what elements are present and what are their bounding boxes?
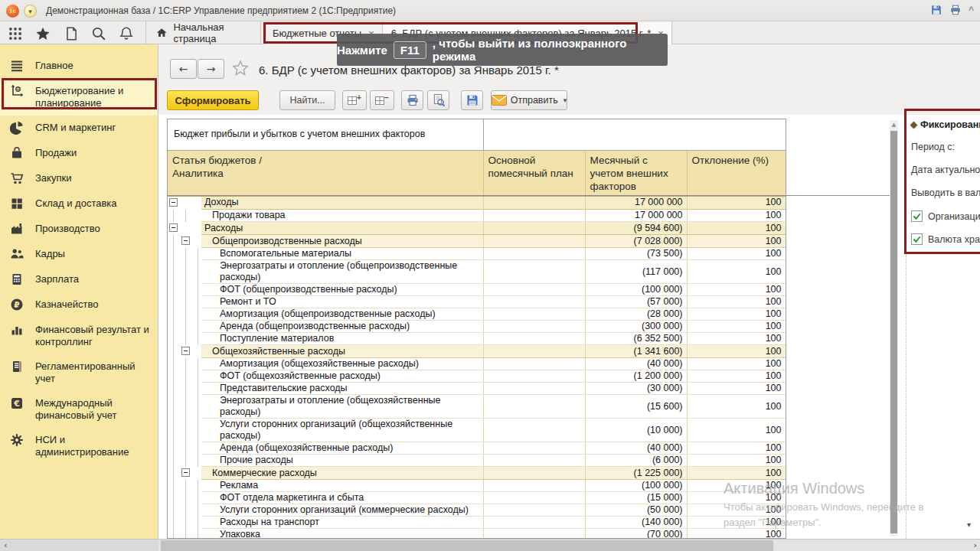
sidebar-item[interactable]: Закупки: [0, 166, 158, 191]
monthly-cell[interactable]: (40 000): [585, 442, 687, 455]
sidebar-item[interactable]: Склад и доставка: [0, 191, 158, 217]
deviation-cell[interactable]: 100: [687, 296, 786, 308]
budget-item-cell[interactable]: Доходы: [201, 196, 483, 210]
sidebar-item[interactable]: Зарплата: [0, 267, 158, 292]
monthly-cell[interactable]: (100 000): [585, 284, 687, 296]
monthly-cell[interactable]: 17 000 000: [585, 196, 687, 210]
budget-item-cell[interactable]: Расходы на транспорт: [201, 517, 483, 529]
deviation-cell[interactable]: 100: [687, 333, 786, 345]
sidebar-item[interactable]: €Международный финансовый учет: [0, 391, 158, 428]
plan-cell[interactable]: [483, 504, 585, 517]
sidebar-item[interactable]: Финансовый результат и контроллинг: [0, 318, 158, 354]
deviation-cell[interactable]: 100: [687, 455, 786, 467]
notifications-bell-icon[interactable]: [119, 26, 134, 40]
monthly-cell[interactable]: 17 000 000: [585, 210, 687, 222]
save-icon[interactable]: [930, 4, 942, 16]
send-button[interactable]: Отправить ▾: [491, 90, 567, 110]
collapse-group-button[interactable]: [181, 236, 190, 245]
expand-groups-button[interactable]: +: [342, 90, 367, 110]
monthly-cell[interactable]: (9 594 600): [585, 222, 687, 235]
horizontal-scrollbar-thumb[interactable]: [161, 540, 773, 551]
monthly-cell[interactable]: (117 000): [585, 260, 687, 284]
plan-cell[interactable]: [483, 370, 585, 383]
tools-grid-icon[interactable]: [8, 26, 23, 40]
sidebar-item[interactable]: Главное: [0, 54, 158, 79]
deviation-cell[interactable]: 100: [687, 196, 786, 210]
plan-cell[interactable]: [483, 235, 585, 248]
sidebar-item[interactable]: Производство: [0, 217, 158, 242]
budget-item-cell[interactable]: ФОТ отдела маркетинга и сбыта: [201, 492, 483, 504]
report-caption[interactable]: Бюджет прибыли и убытков с учетом внешни…: [168, 119, 483, 150]
plan-cell[interactable]: [483, 492, 585, 504]
plan-cell[interactable]: [483, 210, 585, 222]
budget-item-cell[interactable]: Коммерческие расходы: [201, 467, 483, 480]
budget-item-cell[interactable]: Аренда (общепроизводственные расходы): [201, 321, 483, 333]
plan-cell[interactable]: [483, 455, 585, 467]
plan-cell[interactable]: [483, 284, 585, 296]
print-button[interactable]: [401, 90, 423, 110]
monthly-cell[interactable]: (100 000): [585, 480, 687, 492]
monthly-cell[interactable]: (140 000): [585, 517, 687, 529]
plan-cell[interactable]: [483, 442, 585, 455]
monthly-cell[interactable]: (1 341 600): [585, 345, 687, 358]
plan-cell[interactable]: [483, 517, 585, 529]
plan-cell[interactable]: [483, 383, 585, 395]
deviation-cell[interactable]: 100: [687, 248, 786, 260]
deviation-cell[interactable]: 100: [687, 308, 786, 321]
caption-empty-cell[interactable]: [483, 119, 786, 150]
plan-cell[interactable]: [483, 419, 585, 442]
deviation-cell[interactable]: 100: [687, 442, 786, 455]
history-icon[interactable]: [64, 26, 79, 40]
deviation-cell[interactable]: 100: [687, 358, 786, 370]
save-button[interactable]: [461, 90, 483, 110]
budget-item-cell[interactable]: Вспомогательные материалы: [201, 248, 483, 260]
collapse-group-button[interactable]: [181, 347, 190, 355]
generate-button[interactable]: Сформировать: [167, 90, 259, 110]
plan-cell[interactable]: [483, 308, 585, 321]
deviation-cell[interactable]: 100: [687, 260, 786, 284]
monthly-cell[interactable]: (50 000): [585, 504, 687, 517]
deviation-cell[interactable]: 100: [687, 284, 786, 296]
panel-scroll-down-icon[interactable]: ▾: [967, 520, 971, 529]
deviation-cell[interactable]: 100: [687, 383, 786, 395]
budget-item-cell[interactable]: Поступление материалов: [201, 333, 483, 345]
collapse-window-icon[interactable]: ^: [969, 5, 974, 15]
plan-cell[interactable]: [483, 467, 585, 480]
sidebar-item[interactable]: Кадры: [0, 242, 158, 267]
budget-item-cell[interactable]: Энергозатраты и отопление (общехозяйстве…: [201, 395, 483, 419]
monthly-cell[interactable]: (73 500): [585, 248, 687, 260]
scroll-right-icon[interactable]: ›: [973, 540, 977, 550]
column-header-deviation[interactable]: Отклонение (%): [687, 150, 786, 196]
budget-item-cell[interactable]: Услуги сторонних организаций (коммерческ…: [201, 504, 483, 517]
sidebar-item[interactable]: ₽Казначейство: [0, 292, 158, 318]
deviation-cell[interactable]: 100: [687, 370, 786, 383]
budget-item-cell[interactable]: Прочие расходы: [201, 455, 483, 467]
budget-item-cell[interactable]: Продажи товара: [201, 210, 483, 222]
system-menu-button[interactable]: ▾: [24, 5, 37, 18]
monthly-cell[interactable]: (15 000): [585, 492, 687, 504]
sidebar-item[interactable]: Регламентированный учет: [0, 354, 158, 391]
print-preview-button[interactable]: [427, 90, 449, 110]
budget-item-cell[interactable]: ФОТ (общехозяйственные расходы): [201, 370, 483, 383]
vertical-scrollbar-thumb[interactable]: [890, 131, 897, 533]
deviation-cell[interactable]: 100: [687, 419, 786, 442]
column-header-monthly[interactable]: Месячный с учетом внешних факторов: [585, 150, 687, 196]
add-to-favorites-star-icon[interactable]: [232, 60, 249, 77]
plan-cell[interactable]: [483, 260, 585, 284]
collapse-group-button[interactable]: [169, 198, 178, 207]
deviation-cell[interactable]: 100: [687, 395, 786, 419]
plan-cell[interactable]: [483, 358, 585, 370]
monthly-cell[interactable]: (1 200 000): [585, 370, 687, 383]
budget-item-cell[interactable]: Амортизация (общепроизводственные расход…: [201, 308, 483, 321]
plan-cell[interactable]: [483, 196, 585, 210]
sidebar-item[interactable]: Продажи: [0, 141, 158, 166]
back-button[interactable]: ←: [170, 59, 197, 79]
monthly-cell[interactable]: (6 352 500): [585, 333, 687, 345]
plan-cell[interactable]: [483, 480, 585, 492]
tab-home[interactable]: Начальная страница: [146, 21, 261, 44]
print-icon[interactable]: [949, 4, 962, 16]
budget-item-cell[interactable]: ФОТ (общепроизводственные расходы): [201, 284, 483, 296]
monthly-cell[interactable]: (6 000): [585, 455, 687, 467]
monthly-cell[interactable]: (70 000): [585, 529, 687, 540]
plan-cell[interactable]: [483, 321, 585, 333]
